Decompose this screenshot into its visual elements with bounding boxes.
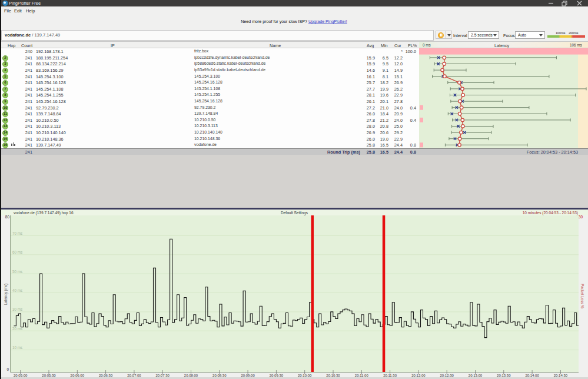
svg-text:30: 30	[579, 215, 583, 219]
svg-text:vodafone.de (139.7.147.49) hop: vodafone.de (139.7.147.49) hop 16	[14, 211, 74, 215]
svg-text:Latency (ms): Latency (ms)	[4, 284, 8, 305]
svg-text:50 ms: 50 ms	[12, 270, 22, 274]
svg-text:80: 80	[5, 215, 10, 219]
svg-text:70 ms: 70 ms	[12, 231, 22, 235]
svg-text:Default Settings: Default Settings	[281, 211, 308, 215]
svg-text:60 ms: 60 ms	[12, 250, 22, 254]
svg-text:30 ms: 30 ms	[12, 307, 22, 311]
svg-text:0: 0	[6, 367, 9, 371]
svg-text:10 ms: 10 ms	[12, 345, 22, 350]
svg-text:Packet Loss %: Packet Loss %	[580, 284, 584, 308]
svg-text:40 ms: 40 ms	[12, 288, 22, 292]
svg-text:10 minutes (20:04:53 - 20:14:5: 10 minutes (20:04:53 - 20:14:53)	[523, 211, 578, 215]
